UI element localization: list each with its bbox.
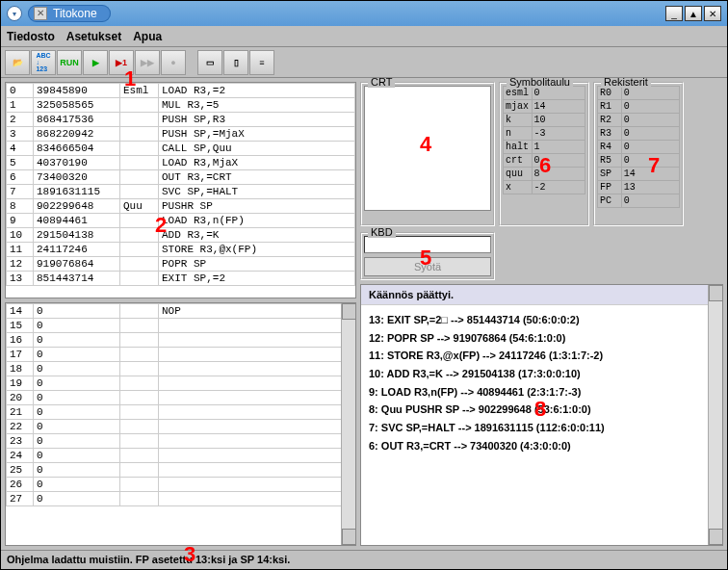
menubar: Tiedosto Asetukset Apua bbox=[1, 26, 727, 47]
kbd-input[interactable] bbox=[364, 236, 491, 253]
table-row[interactable]: 12919076864POPR SP bbox=[7, 257, 355, 272]
log-line: 13: EXIT SP,=2□ --> 851443714 (50:6:0:0:… bbox=[369, 311, 715, 329]
log-line: 10: ADD R3,=K --> 291504138 (17:3:0:0:10… bbox=[369, 365, 715, 383]
compile-button[interactable]: ABC↓123 bbox=[31, 50, 56, 75]
step-button[interactable]: ▶ bbox=[83, 50, 108, 75]
table-row[interactable]: R10 bbox=[598, 100, 680, 114]
kbd-submit-button[interactable]: Syötä bbox=[364, 257, 491, 276]
table-row[interactable]: 170 bbox=[7, 348, 355, 362]
menu-settings[interactable]: Asetukset bbox=[66, 30, 121, 43]
maximize-button[interactable]: ▲ bbox=[685, 6, 702, 21]
table-row[interactable]: x-2 bbox=[504, 181, 585, 194]
table-row[interactable]: esml0 bbox=[504, 87, 585, 100]
table-row[interactable]: R20 bbox=[598, 114, 680, 127]
log-line: 12: POPR SP --> 919076864 (54:6:1:0:0) bbox=[369, 329, 715, 348]
crt-display bbox=[364, 86, 491, 211]
table-row[interactable]: 2868417536PUSH SP,R3 bbox=[7, 113, 355, 127]
table-row[interactable]: 71891631115SVC SP,=HALT bbox=[7, 185, 355, 199]
table-row[interactable]: 8902299648QuuPUSHR SP bbox=[7, 199, 355, 214]
app-window: ▾ ✕ Titokone _ ▲ ✕ Tiedosto Asetukset Ap… bbox=[0, 0, 728, 570]
table-row[interactable]: halt1 bbox=[504, 141, 585, 154]
table-row[interactable]: 3868220942PUSH SP,=MjaX bbox=[7, 127, 355, 142]
fast-forward-button[interactable]: ▶▶ bbox=[135, 50, 160, 75]
view1-button[interactable]: ▭ bbox=[197, 50, 222, 75]
table-row[interactable]: quu8 bbox=[504, 168, 585, 181]
memory-table[interactable]: 140NOP1501601701801902002102202302402502… bbox=[5, 302, 356, 546]
table-row[interactable]: 140NOP bbox=[7, 304, 355, 319]
app-icon: ✕ bbox=[34, 7, 47, 20]
main-area: 039845890EsmlLOAD R3,=21325058565MUL R3,… bbox=[1, 78, 727, 550]
status-bar: Ohjelma ladattu muistiin. FP asetettu 13… bbox=[1, 550, 727, 569]
table-row[interactable]: mjax14 bbox=[504, 100, 585, 114]
run-button[interactable]: RUN bbox=[57, 50, 82, 75]
menu-file[interactable]: Tiedosto bbox=[7, 30, 55, 43]
table-row[interactable]: 1124117246STORE R3,@x(FP) bbox=[7, 243, 355, 257]
sym-title: Symbolitaulu bbox=[507, 78, 573, 88]
kbd-title: KBD bbox=[368, 226, 396, 238]
status-text: Ohjelma ladattu muistiin. FP asetettu 13… bbox=[7, 554, 290, 565]
table-row[interactable]: 210 bbox=[7, 405, 355, 420]
open-button[interactable]: 📂 bbox=[5, 50, 30, 75]
reg-title: Rekisterit bbox=[601, 78, 651, 88]
code-table[interactable]: 039845890EsmlLOAD R3,=21325058565MUL R3,… bbox=[5, 82, 356, 298]
log-line: 11: STORE R3,@x(FP) --> 24117246 (1:3:1:… bbox=[369, 347, 715, 365]
table-row[interactable]: R00 bbox=[598, 87, 680, 100]
table-row[interactable]: R40 bbox=[598, 141, 680, 154]
table-row[interactable]: 270 bbox=[7, 492, 355, 506]
table-row[interactable]: k10 bbox=[504, 114, 585, 127]
table-row[interactable]: 13851443714EXIT SP,=2 bbox=[7, 272, 355, 286]
window-title: Titokone bbox=[53, 7, 97, 20]
table-row[interactable]: 200 bbox=[7, 391, 355, 405]
log-panel[interactable]: Käännös päättyi. 13: EXIT SP,=2□ --> 851… bbox=[360, 284, 723, 546]
close-button[interactable]: ✕ bbox=[704, 6, 721, 21]
step-one-button[interactable]: ▶1 bbox=[109, 50, 134, 75]
toolbar: 📂 ABC↓123 RUN ▶ ▶1 ▶▶ ● ▭ ▯ ≡ 1 bbox=[1, 47, 727, 78]
table-row[interactable]: R50 bbox=[598, 154, 680, 168]
table-row[interactable]: R30 bbox=[598, 127, 680, 141]
symbol-table-panel: Symbolitaulu esml0mjax14k10n-3halt1crt0q… bbox=[499, 82, 589, 226]
table-row[interactable]: crt0 bbox=[504, 154, 585, 168]
log-line: 7: SVC SP,=HALT --> 1891631115 (112:6:0:… bbox=[369, 419, 715, 437]
table-row[interactable]: 1325058565MUL R3,=5 bbox=[7, 98, 355, 113]
table-row[interactable]: FP13 bbox=[598, 181, 680, 194]
view2-button[interactable]: ▯ bbox=[223, 50, 248, 75]
table-row[interactable]: 940894461LOAD R3,n(FP) bbox=[7, 214, 355, 228]
log-line: 9: LOAD R3,n(FP) --> 40894461 (2:3:1:7:-… bbox=[369, 383, 715, 402]
table-row[interactable]: 4834666504CALL SP,Quu bbox=[7, 142, 355, 156]
table-row[interactable]: 230 bbox=[7, 434, 355, 449]
table-row[interactable]: 540370190LOAD R3,MjaX bbox=[7, 156, 355, 170]
table-row[interactable]: 180 bbox=[7, 362, 355, 376]
table-row[interactable]: n-3 bbox=[504, 127, 585, 141]
table-row[interactable]: 039845890EsmlLOAD R3,=2 bbox=[7, 84, 355, 98]
register-panel: Rekisterit R00R10R20R30R40R50SP14FP13PC0… bbox=[593, 82, 684, 226]
title-pill: ✕ Titokone bbox=[28, 5, 111, 22]
table-row[interactable]: 190 bbox=[7, 376, 355, 391]
scrollbar[interactable] bbox=[341, 303, 355, 545]
table-row[interactable]: 240 bbox=[7, 449, 355, 463]
table-row[interactable]: PC0 bbox=[598, 194, 680, 208]
minimize-button[interactable]: _ bbox=[665, 6, 683, 21]
table-row[interactable]: 150 bbox=[7, 319, 355, 333]
crt-title: CRT bbox=[368, 78, 395, 88]
stop-button[interactable]: ● bbox=[161, 50, 186, 75]
table-row[interactable]: 260 bbox=[7, 478, 355, 492]
log-line: 6: OUT R3,=CRT --> 73400320 (4:3:0:0:0) bbox=[369, 437, 715, 455]
table-row[interactable]: SP14 bbox=[598, 168, 680, 181]
table-row[interactable]: 160 bbox=[7, 333, 355, 348]
table-row[interactable]: 673400320OUT R3,=CRT bbox=[7, 170, 355, 185]
kbd-panel: KBD Syötä 5 bbox=[360, 232, 495, 280]
titlebar: ▾ ✕ Titokone _ ▲ ✕ bbox=[1, 1, 727, 26]
window-menu-icon[interactable]: ▾ bbox=[7, 6, 22, 21]
menu-help[interactable]: Apua bbox=[133, 30, 162, 43]
crt-panel: CRT 4 bbox=[360, 82, 495, 226]
table-row[interactable]: 220 bbox=[7, 420, 355, 434]
scrollbar[interactable] bbox=[708, 285, 722, 545]
log-body: 13: EXIT SP,=2□ --> 851443714 (50:6:0:0:… bbox=[361, 305, 722, 461]
table-row[interactable]: 10291504138ADD R3,=K bbox=[7, 228, 355, 243]
view3-button[interactable]: ≡ bbox=[249, 50, 274, 75]
table-row[interactable]: 250 bbox=[7, 463, 355, 478]
log-line: 8: Quu PUSHR SP --> 902299648 (53:6:1:0:… bbox=[369, 401, 715, 419]
log-header: Käännös päättyi. bbox=[361, 285, 722, 305]
